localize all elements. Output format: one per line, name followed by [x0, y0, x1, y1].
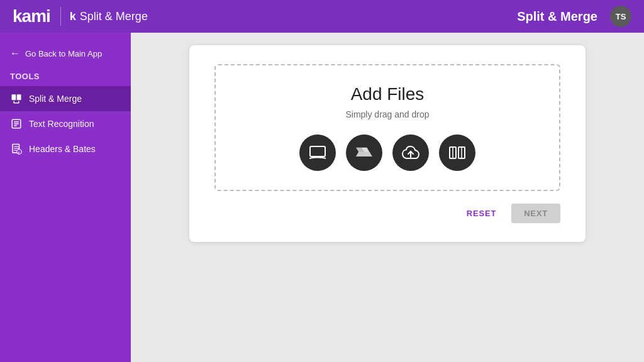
add-files-card: Add Files Simply drag and drop: [189, 45, 586, 242]
header-tool-name: Split & Merge: [80, 10, 148, 23]
sidebar-item-label: Text Recognition: [29, 119, 94, 129]
upload-from-cloud-button[interactable]: [392, 134, 429, 171]
add-files-title: Add Files: [351, 84, 425, 104]
svg-rect-0: [12, 94, 16, 100]
reset-button[interactable]: RESET: [459, 204, 504, 223]
headers-bates-icon: #: [10, 143, 23, 155]
app-header: kami k Split & Merge Split & Merge TS: [0, 0, 644, 33]
back-label: Go Back to Main App: [25, 49, 102, 58]
main-layout: ← Go Back to Main App Tools Split & Merg…: [0, 33, 644, 362]
upload-from-computer-button[interactable]: [299, 134, 336, 171]
header-right-title: Split & Merge: [517, 9, 597, 24]
svg-rect-12: [310, 146, 325, 156]
upload-from-library-button[interactable]: [439, 134, 475, 171]
sidebar-item-label: Headers & Bates: [29, 144, 96, 154]
svg-rect-1: [17, 94, 21, 100]
text-recognition-icon: [10, 118, 23, 130]
kami-logo: kami: [13, 6, 50, 26]
card-actions: RESET NEXT: [214, 204, 560, 223]
back-to-main-button[interactable]: ← Go Back to Main App: [0, 43, 131, 64]
next-button[interactable]: NEXT: [511, 204, 560, 223]
upload-icons-row: [299, 134, 475, 171]
header-k-label: k: [70, 10, 76, 23]
sidebar-item-split-merge[interactable]: Split & Merge: [0, 86, 131, 111]
sidebar-item-headers-bates[interactable]: # Headers & Bates: [0, 136, 131, 162]
tools-section-label: Tools: [0, 72, 131, 81]
header-divider: [60, 7, 61, 26]
add-files-subtitle: Simply drag and drop: [345, 109, 429, 119]
sidebar-item-label: Split & Merge: [29, 94, 82, 104]
back-arrow-icon: ←: [10, 48, 20, 59]
split-merge-icon: [10, 92, 23, 105]
drop-zone[interactable]: Add Files Simply drag and drop: [214, 64, 560, 191]
sidebar: ← Go Back to Main App Tools Split & Merg…: [0, 33, 131, 362]
upload-from-drive-button[interactable]: [346, 134, 382, 171]
sidebar-item-text-recognition[interactable]: Text Recognition: [0, 111, 131, 136]
avatar: TS: [610, 6, 631, 27]
svg-text:#: #: [18, 151, 19, 155]
content-area: Add Files Simply drag and drop: [131, 33, 644, 362]
